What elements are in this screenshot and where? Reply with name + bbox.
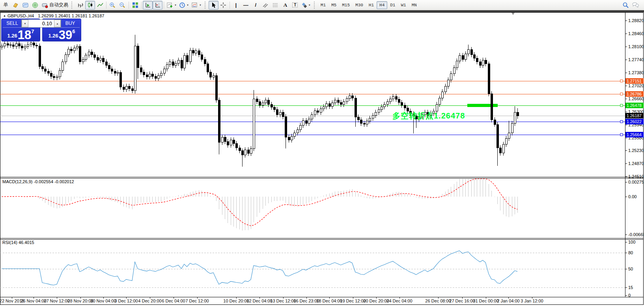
thick-level-segment[interactable] bbox=[467, 104, 498, 107]
candle[interactable] bbox=[413, 114, 414, 116]
candle[interactable] bbox=[476, 58, 478, 62]
candle[interactable] bbox=[230, 140, 232, 145]
templates-button[interactable]: ▼ bbox=[190, 1, 203, 9]
bar-chart-button[interactable] bbox=[75, 1, 85, 9]
candle[interactable] bbox=[166, 65, 168, 69]
candle[interactable] bbox=[395, 96, 397, 99]
candle[interactable] bbox=[337, 100, 339, 102]
collapse-triangle-icon[interactable]: ▲ bbox=[3, 14, 6, 17]
candle[interactable] bbox=[433, 111, 435, 113]
candle[interactable] bbox=[256, 99, 258, 101]
candle[interactable] bbox=[317, 111, 319, 113]
cursor-button[interactable] bbox=[209, 1, 218, 9]
candle[interactable] bbox=[247, 150, 249, 153]
candle[interactable] bbox=[117, 73, 119, 73]
candle[interactable] bbox=[35, 45, 37, 46]
candle[interactable] bbox=[465, 54, 467, 59]
candle[interactable] bbox=[488, 64, 490, 94]
candle[interactable] bbox=[479, 62, 481, 65]
candle[interactable] bbox=[44, 69, 46, 71]
candle[interactable] bbox=[41, 66, 43, 69]
candle[interactable] bbox=[105, 62, 107, 65]
candle[interactable] bbox=[125, 86, 127, 89]
candle[interactable] bbox=[505, 139, 507, 145]
zoom-in-button[interactable] bbox=[108, 1, 118, 9]
vertical-line-button[interactable]: | bbox=[231, 1, 241, 9]
candle[interactable] bbox=[15, 44, 17, 47]
candle[interactable] bbox=[4, 44, 6, 46]
candle[interactable] bbox=[421, 115, 423, 116]
candle[interactable] bbox=[7, 44, 9, 45]
candle[interactable] bbox=[250, 148, 252, 153]
candle[interactable] bbox=[111, 69, 113, 71]
periods-button[interactable]: ▼ bbox=[178, 1, 190, 9]
candle[interactable] bbox=[288, 137, 290, 140]
candle[interactable] bbox=[201, 54, 203, 59]
level-endpoint-marker[interactable] bbox=[620, 104, 623, 107]
candle[interactable] bbox=[265, 100, 267, 103]
candle[interactable] bbox=[204, 59, 206, 64]
candle[interactable] bbox=[239, 148, 241, 151]
candle[interactable] bbox=[149, 74, 151, 77]
candle[interactable] bbox=[79, 47, 81, 62]
volume-increase-button[interactable]: ▲ bbox=[54, 20, 61, 27]
timeframe-d1-button[interactable]: D1 bbox=[387, 1, 398, 9]
candle[interactable] bbox=[392, 96, 394, 99]
candle[interactable] bbox=[404, 105, 406, 108]
auto-scroll-button[interactable] bbox=[143, 1, 153, 9]
candle[interactable] bbox=[62, 62, 63, 70]
zoom-out-button[interactable] bbox=[118, 1, 127, 9]
candle[interactable] bbox=[18, 44, 20, 46]
timeframe-w1-button[interactable]: W1 bbox=[398, 1, 409, 9]
candle[interactable] bbox=[485, 60, 487, 64]
candle[interactable] bbox=[131, 88, 133, 90]
candle[interactable] bbox=[482, 60, 484, 66]
trendline-button[interactable]: / bbox=[251, 1, 261, 9]
candle[interactable] bbox=[462, 56, 464, 59]
candle[interactable] bbox=[143, 72, 145, 75]
candle[interactable] bbox=[447, 80, 449, 86]
candle[interactable] bbox=[285, 117, 287, 137]
candle[interactable] bbox=[67, 49, 69, 54]
candle[interactable] bbox=[308, 119, 310, 123]
candle[interactable] bbox=[160, 73, 162, 75]
candle[interactable] bbox=[378, 109, 380, 112]
candle[interactable] bbox=[372, 115, 374, 118]
candle[interactable] bbox=[27, 44, 29, 46]
candle[interactable] bbox=[439, 98, 441, 104]
candle[interactable] bbox=[375, 113, 377, 115]
level-endpoint-marker[interactable] bbox=[620, 93, 623, 95]
candle[interactable] bbox=[65, 54, 67, 62]
horizontal-line-button[interactable]: — bbox=[241, 1, 251, 9]
candle[interactable] bbox=[259, 101, 261, 105]
candle[interactable] bbox=[401, 102, 403, 105]
candle[interactable] bbox=[189, 50, 191, 62]
candle[interactable] bbox=[299, 126, 301, 130]
candle[interactable] bbox=[221, 137, 223, 143]
candle[interactable] bbox=[218, 100, 220, 143]
candle[interactable] bbox=[53, 76, 55, 78]
candle[interactable] bbox=[192, 50, 194, 53]
candle[interactable] bbox=[497, 124, 498, 148]
candle[interactable] bbox=[181, 60, 183, 68]
candle[interactable] bbox=[195, 51, 197, 53]
candle[interactable] bbox=[424, 113, 426, 115]
candle[interactable] bbox=[151, 74, 153, 76]
candle[interactable] bbox=[39, 46, 41, 66]
candle[interactable] bbox=[30, 43, 32, 45]
tile-windows-button[interactable] bbox=[130, 1, 140, 9]
candle[interactable] bbox=[140, 68, 142, 72]
candle[interactable] bbox=[56, 77, 58, 78]
candle[interactable] bbox=[172, 62, 174, 65]
volume-input[interactable] bbox=[28, 20, 54, 27]
chart-shift-button[interactable] bbox=[153, 1, 162, 9]
candle[interactable] bbox=[369, 118, 371, 121]
candle[interactable] bbox=[502, 144, 504, 153]
search-button[interactable] bbox=[621, 1, 631, 9]
candle[interactable] bbox=[517, 113, 519, 116]
candle[interactable] bbox=[427, 113, 429, 115]
candle[interactable] bbox=[398, 99, 400, 102]
candle[interactable] bbox=[175, 63, 177, 65]
candle[interactable] bbox=[209, 72, 211, 77]
candle[interactable] bbox=[183, 56, 185, 68]
